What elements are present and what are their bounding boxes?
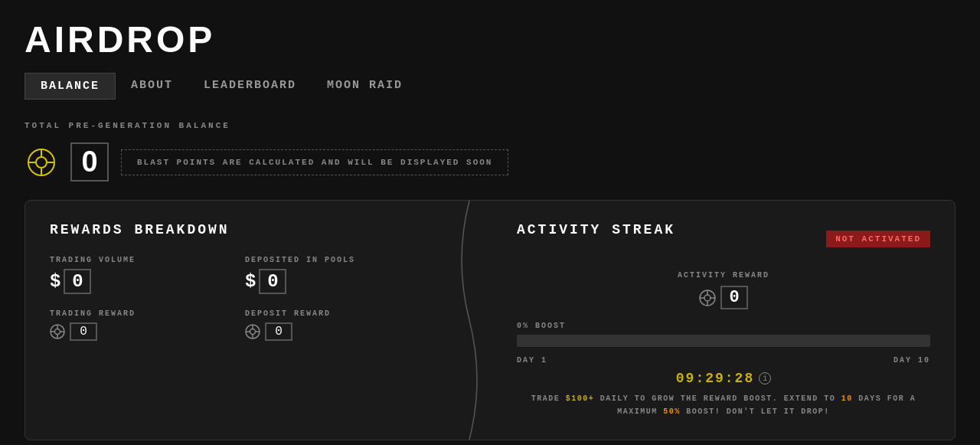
svg-point-1: [36, 157, 47, 168]
trading-reward-label: TRADING REWARD: [50, 309, 227, 318]
activity-streak-panel: ACTIVITY STREAK NOT ACTIVATED ACTIVITY R…: [492, 201, 955, 440]
day-end-label: DAY 10: [893, 356, 930, 365]
tab-balance[interactable]: BALANCE: [24, 73, 116, 100]
trade-notice-part-4: MAXIMUM: [617, 407, 663, 416]
rewards-breakdown-title: REWARDS BREAKDOWN: [50, 222, 422, 237]
page-container: AIRDROP BALANCE ABOUT LEADERBOARD MOON R…: [0, 0, 980, 440]
trade-notice: TRADE $100+ DAILY TO GROW THE REWARD BOO…: [517, 392, 930, 418]
trade-notice-amount: $100+: [566, 394, 595, 403]
trading-reward-icon: [50, 324, 65, 339]
svg-point-13: [250, 329, 256, 335]
main-panel: REWARDS BREAKDOWN TRADING VOLUME $ 0 DEP…: [24, 200, 956, 440]
timer-value: 09:29:28: [676, 371, 754, 386]
tab-leaderboard[interactable]: LEADERBOARD: [188, 73, 312, 100]
trading-reward-item: TRADING REWARD 0: [50, 309, 227, 341]
tab-about[interactable]: ABOUT: [116, 73, 188, 100]
timer-row: 09:29:28 i: [517, 371, 930, 386]
trading-reward-amount: 0: [70, 322, 97, 341]
deposited-pools-amount: 0: [259, 269, 286, 294]
activity-reward-amount: 0: [720, 286, 748, 309]
trade-notice-part-5: BOOST! DON'T LET IT DROP!: [681, 407, 830, 416]
boost-bar: [517, 335, 930, 347]
rewards-breakdown-panel: REWARDS BREAKDOWN TRADING VOLUME $ 0 DEP…: [25, 201, 446, 440]
nav-tabs: BALANCE ABOUT LEADERBOARD MOON RAID: [24, 73, 956, 100]
trade-notice-part-3: DAYS FOR A: [853, 394, 916, 403]
trade-notice-part-2: DAILY TO GROW THE REWARD BOOST. EXTEND T…: [594, 394, 841, 403]
deposit-reward-icon: [245, 324, 260, 339]
day-start-label: DAY 1: [517, 356, 547, 365]
balance-section-label: TOTAL PRE-GENERATION BALANCE: [24, 121, 956, 130]
streak-header: ACTIVITY STREAK NOT ACTIVATED: [517, 222, 930, 256]
deposited-pools-item: DEPOSITED IN POOLS $ 0: [245, 256, 422, 294]
metrics-grid: TRADING VOLUME $ 0 DEPOSITED IN POOLS $ …: [50, 256, 422, 341]
deposited-pools-currency: $: [245, 271, 256, 292]
activity-streak-title: ACTIVITY STREAK: [517, 222, 675, 237]
trading-volume-label: TRADING VOLUME: [50, 256, 227, 264]
activity-reward-section: ACTIVITY REWARD 0: [517, 271, 930, 309]
svg-point-7: [55, 329, 60, 335]
tab-moon-raid[interactable]: MOON RAID: [312, 73, 418, 100]
balance-value: 0: [70, 142, 109, 182]
deposit-reward-item: DEPOSIT REWARD 0: [245, 309, 422, 341]
boost-label: 0% BOOST: [517, 322, 930, 330]
not-activated-badge: NOT ACTIVATED: [826, 231, 930, 247]
trading-volume-item: TRADING VOLUME $ 0: [50, 256, 227, 294]
deposit-reward-amount: 0: [265, 322, 292, 341]
panel-divider: [446, 201, 492, 440]
boost-bar-container: 0% BOOST: [517, 322, 930, 347]
deposit-reward-label: DEPOSIT REWARD: [245, 309, 422, 318]
deposited-pools-label: DEPOSITED IN POOLS: [245, 256, 422, 264]
trading-volume-currency: $: [50, 271, 60, 292]
info-icon[interactable]: i: [759, 372, 771, 384]
svg-point-19: [704, 295, 710, 301]
trading-reward-row: 0: [50, 322, 227, 341]
activity-reward-label: ACTIVITY REWARD: [678, 271, 769, 280]
activity-reward-icon: [699, 290, 716, 306]
trading-volume-value: $ 0: [50, 269, 227, 294]
deposited-pools-value: $ 0: [245, 269, 422, 294]
crosshair-icon: [24, 146, 58, 179]
day-labels: DAY 1 DAY 10: [517, 356, 930, 365]
app-title: AIRDROP: [24, 18, 956, 61]
activity-reward-value: 0: [699, 286, 748, 309]
trading-volume-amount: 0: [64, 269, 91, 294]
deposit-reward-row: 0: [245, 322, 422, 341]
balance-row: 0 BLAST POINTS ARE CALCULATED AND WILL B…: [24, 142, 956, 182]
trade-notice-boost-percent: 50%: [663, 407, 681, 416]
blast-notice: BLAST POINTS ARE CALCULATED AND WILL BE …: [121, 149, 508, 175]
trade-notice-days: 10: [841, 394, 853, 403]
trade-notice-part-1: TRADE: [531, 394, 566, 403]
